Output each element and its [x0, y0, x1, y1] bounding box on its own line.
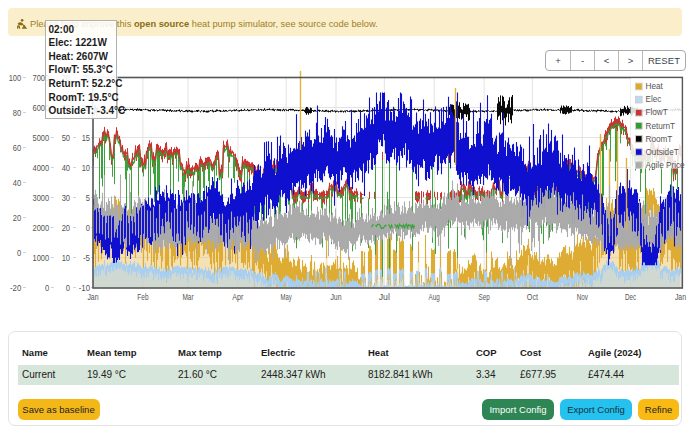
svg-text:Jan: Jan: [675, 292, 686, 302]
svg-text:-5: -5: [83, 253, 90, 263]
svg-text:0: 0: [86, 223, 90, 233]
svg-text:Mar: Mar: [182, 292, 193, 302]
svg-text:Heat: Heat: [646, 82, 664, 91]
svg-text:0: 0: [45, 283, 49, 293]
svg-text:5000: 5000: [32, 133, 49, 143]
svg-text:Oct: Oct: [527, 292, 539, 302]
svg-text:10: 10: [82, 163, 90, 173]
svg-text:Apr: Apr: [232, 292, 243, 302]
svg-text:2000: 2000: [32, 223, 49, 233]
svg-text:FlowT: FlowT: [646, 108, 668, 117]
svg-text:ReturnT: ReturnT: [646, 122, 676, 131]
svg-text:100: 100: [9, 73, 22, 83]
svg-text:Agile Price: Agile Price: [646, 161, 686, 170]
svg-text:Dec: Dec: [625, 292, 637, 302]
svg-text:Elec: Elec: [646, 95, 662, 104]
svg-text:Jan: Jan: [87, 292, 98, 302]
svg-text:40: 40: [62, 163, 70, 173]
svg-text:Nov: Nov: [577, 292, 589, 302]
svg-text:50: 50: [62, 133, 70, 143]
svg-text:OutsideT: OutsideT: [646, 148, 679, 157]
svg-text:5: 5: [86, 193, 90, 203]
svg-text:-20: -20: [10, 283, 21, 293]
svg-text:Jun: Jun: [330, 292, 341, 302]
svg-text:80: 80: [13, 108, 21, 118]
svg-text:RoomT: RoomT: [646, 135, 673, 144]
svg-text:60: 60: [13, 143, 21, 153]
svg-text:Feb: Feb: [137, 292, 148, 302]
svg-text:4000: 4000: [32, 163, 49, 173]
svg-text:Aug: Aug: [429, 292, 440, 302]
svg-text:10: 10: [62, 253, 70, 263]
svg-text:0: 0: [66, 283, 70, 293]
svg-text:0: 0: [17, 248, 21, 258]
svg-text:Sep: Sep: [479, 292, 490, 302]
svg-text:40: 40: [13, 178, 21, 188]
svg-text:Jul: Jul: [379, 292, 390, 302]
svg-text:3000: 3000: [32, 193, 49, 203]
svg-text:1000: 1000: [32, 253, 49, 263]
svg-text:30: 30: [62, 193, 70, 203]
svg-text:May: May: [281, 292, 293, 302]
svg-text:20: 20: [13, 213, 21, 223]
svg-text:20: 20: [62, 223, 70, 233]
svg-text:15: 15: [82, 133, 90, 143]
